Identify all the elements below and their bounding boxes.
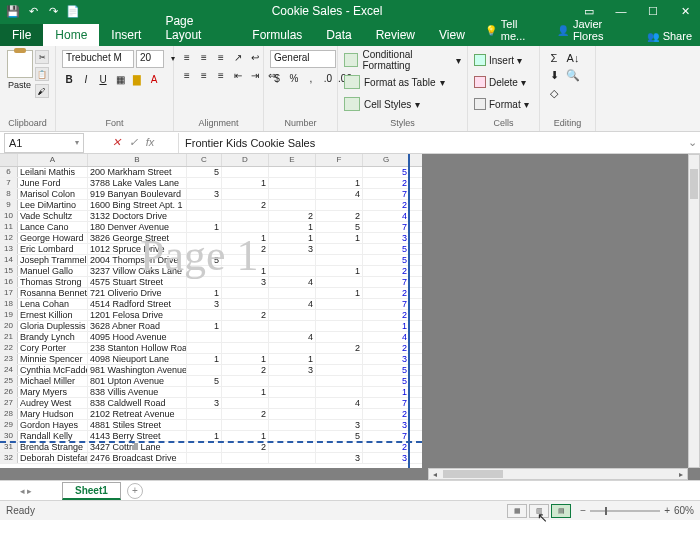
align-left-icon[interactable]: ≡ <box>180 68 194 83</box>
cell[interactable] <box>316 167 363 177</box>
normal-view-button[interactable]: ▦ <box>507 504 527 518</box>
cell[interactable]: 1 <box>222 266 269 276</box>
cell[interactable]: 3 <box>363 453 410 463</box>
cell[interactable]: Ernest Killion <box>18 310 88 320</box>
cell[interactable] <box>316 442 363 452</box>
col-header[interactable]: C <box>187 154 222 166</box>
cell[interactable]: 5 <box>187 376 222 386</box>
cell[interactable] <box>222 167 269 177</box>
cell[interactable]: Marisol Colon <box>18 189 88 199</box>
name-box[interactable]: A1 <box>4 133 84 153</box>
cell[interactable] <box>269 200 316 210</box>
table-row[interactable]: 29Gordon Hayes4881 Stiles Street33 <box>0 420 422 431</box>
vertical-scrollbar[interactable] <box>688 154 700 468</box>
cell[interactable]: 3 <box>269 365 316 375</box>
cell[interactable]: 2 <box>222 365 269 375</box>
row-header[interactable]: 11 <box>0 222 18 232</box>
cell[interactable]: 4095 Hood Avenue <box>88 332 187 342</box>
cell[interactable]: 1 <box>363 321 410 331</box>
enter-formula-icon[interactable]: ✓ <box>129 136 138 149</box>
cell[interactable]: 4 <box>316 398 363 408</box>
row-header[interactable]: 24 <box>0 365 18 375</box>
row-header[interactable]: 20 <box>0 321 18 331</box>
cancel-formula-icon[interactable]: ✕ <box>112 136 121 149</box>
row-header[interactable]: 21 <box>0 332 18 342</box>
cell[interactable]: 1 <box>316 233 363 243</box>
table-row[interactable]: 31Brenda Strange3427 Cottrill Lane22 <box>0 442 422 453</box>
cell[interactable]: Gordon Hayes <box>18 420 88 430</box>
cell[interactable]: 5 <box>363 255 410 265</box>
table-row[interactable]: 24Cynthia McFadden981 Washington Avenue2… <box>0 365 422 376</box>
cell[interactable] <box>269 167 316 177</box>
cell[interactable]: 1 <box>222 387 269 397</box>
cell[interactable] <box>269 431 316 441</box>
conditional-formatting-button[interactable]: Conditional Formatting ▾ <box>344 50 461 70</box>
cell[interactable]: Brandy Lynch <box>18 332 88 342</box>
tab-page-layout[interactable]: Page Layout <box>153 10 240 46</box>
cell[interactable]: Joseph Trammell <box>18 255 88 265</box>
cell[interactable]: 2 <box>269 211 316 221</box>
row-header[interactable]: 31 <box>0 442 18 452</box>
find-select-icon[interactable]: 🔍 <box>565 68 581 83</box>
clear-icon[interactable]: ◇ <box>546 86 562 101</box>
cell[interactable] <box>222 420 269 430</box>
cell[interactable]: 1 <box>363 387 410 397</box>
cell[interactable] <box>222 321 269 331</box>
cell[interactable] <box>187 244 222 254</box>
currency-icon[interactable]: $ <box>270 71 284 86</box>
tab-review[interactable]: Review <box>364 24 427 46</box>
cell[interactable] <box>222 453 269 463</box>
cell[interactable]: Lee DiMartino <box>18 200 88 210</box>
cell[interactable]: 838 Villis Avenue <box>88 387 187 397</box>
format-painter-icon[interactable]: 🖌 <box>35 84 49 98</box>
cell[interactable]: Audrey West <box>18 398 88 408</box>
cell[interactable] <box>269 343 316 353</box>
table-row[interactable]: 20Gloria Duplessis3628 Abner Road11 <box>0 321 422 332</box>
cell[interactable]: George Howard <box>18 233 88 243</box>
cell[interactable]: 1201 Felosa Drive <box>88 310 187 320</box>
table-row[interactable]: 8Marisol Colon919 Banyan Boulevard347 <box>0 189 422 200</box>
cell[interactable]: 3 <box>187 189 222 199</box>
cell[interactable]: 1 <box>222 178 269 188</box>
cell[interactable] <box>222 376 269 386</box>
scroll-left-icon[interactable]: ◂ <box>429 470 441 479</box>
cell[interactable]: 1 <box>222 354 269 364</box>
cell[interactable]: 2 <box>316 343 363 353</box>
save-icon[interactable]: 💾 <box>6 4 20 18</box>
cell[interactable] <box>316 354 363 364</box>
table-row[interactable]: 18Lena Cohan4514 Radford Street347 <box>0 299 422 310</box>
cell[interactable]: 3 <box>363 420 410 430</box>
table-row[interactable]: 14Joseph Trammell2004 Thompson Drive55 <box>0 255 422 266</box>
cell[interactable] <box>187 420 222 430</box>
cell[interactable]: 3 <box>187 398 222 408</box>
border-button[interactable]: ▦ <box>113 72 127 87</box>
cell-styles-button[interactable]: Cell Styles ▾ <box>344 94 420 114</box>
increase-decimal-icon[interactable]: .0 <box>321 71 335 86</box>
col-header[interactable]: F <box>316 154 363 166</box>
cell[interactable]: 3826 George Street <box>88 233 187 243</box>
cell[interactable]: 1 <box>269 354 316 364</box>
number-format-select[interactable]: General <box>270 50 336 68</box>
cell[interactable]: 5 <box>187 167 222 177</box>
redo-icon[interactable]: ↷ <box>46 4 60 18</box>
cell[interactable] <box>187 409 222 419</box>
row-header[interactable]: 23 <box>0 354 18 364</box>
cell[interactable]: Leilani Mathis <box>18 167 88 177</box>
table-row[interactable]: 23Minnie Spencer4098 Nieuport Lane1113 <box>0 354 422 365</box>
row-header[interactable]: 6 <box>0 167 18 177</box>
col-header[interactable]: E <box>269 154 316 166</box>
cell[interactable] <box>222 343 269 353</box>
cell[interactable] <box>316 409 363 419</box>
table-row[interactable]: 22Cory Porter238 Stanton Hollow Road22 <box>0 343 422 354</box>
cell[interactable] <box>269 387 316 397</box>
cell[interactable]: 7 <box>363 189 410 199</box>
cell[interactable]: Cynthia McFadden <box>18 365 88 375</box>
cell[interactable]: 2 <box>363 266 410 276</box>
cell[interactable] <box>222 299 269 309</box>
cell[interactable] <box>316 321 363 331</box>
cell[interactable]: Vade Schultz <box>18 211 88 221</box>
close-icon[interactable]: ✕ <box>670 0 700 22</box>
cell[interactable]: 4881 Stiles Street <box>88 420 187 430</box>
scroll-right-icon[interactable]: ▸ <box>675 470 687 479</box>
cell[interactable]: 1 <box>187 321 222 331</box>
